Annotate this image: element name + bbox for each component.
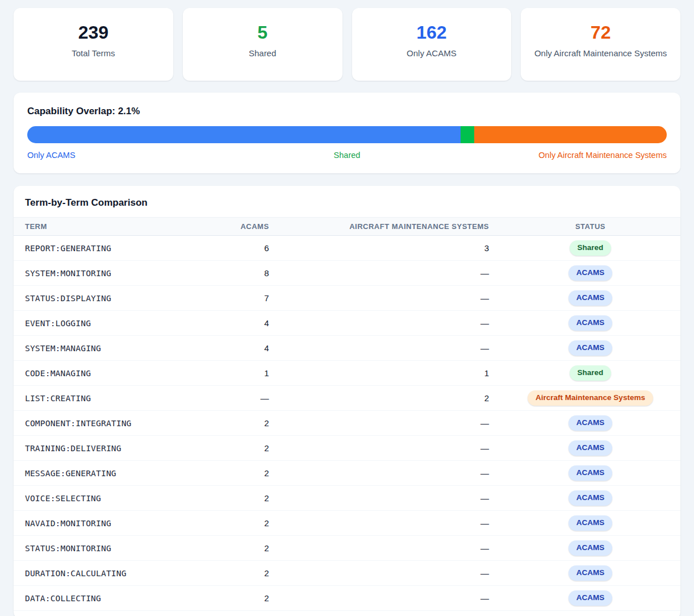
status-badge: ACAMS [568, 340, 613, 356]
column-header-acams: ACAMS [214, 218, 280, 236]
table-row: SYSTEM:MANAGING 4 — ACAMS [14, 336, 680, 361]
status-badge: ACAMS [568, 265, 613, 281]
ams-count-cell: — [281, 336, 500, 361]
stat-label: Only Aircraft Maintenance Systems [534, 47, 667, 59]
acams-count-cell: 8 [214, 261, 280, 286]
stat-value: 5 [257, 22, 267, 43]
comparison-table-body: REPORT:GENERATING 6 3 Shared SYSTEM:MONI… [14, 236, 680, 611]
bar-label-0: Only ACAMS [27, 151, 240, 160]
overlap-bar [27, 126, 667, 143]
term-cell: DATA:COLLECTING [14, 586, 214, 611]
stat-label: Only ACAMS [407, 47, 457, 59]
stat-card: 5 Shared [183, 8, 342, 81]
table-row: EVENT:LOGGING 4 — ACAMS [14, 311, 680, 336]
status-cell: ACAMS [500, 561, 680, 586]
status-cell: Aircraft Maintenance Systems [500, 386, 680, 411]
status-cell: ACAMS [500, 336, 680, 361]
ams-count-cell: — [281, 511, 500, 536]
stat-card: 72 Only Aircraft Maintenance Systems [521, 8, 680, 81]
acams-count-cell: 2 [214, 436, 280, 461]
table-row: STATUS:DISPLAYING 7 — ACAMS [14, 286, 680, 311]
status-badge: ACAMS [568, 290, 613, 306]
term-cell: SYSTEM:MONITORING [14, 261, 214, 286]
ams-count-cell: — [281, 536, 500, 561]
status-badge: Shared [570, 365, 612, 381]
ams-count-cell: 1 [281, 361, 500, 386]
status-cell: ACAMS [500, 461, 680, 486]
acams-count-cell: 2 [214, 561, 280, 586]
status-cell: ACAMS [500, 311, 680, 336]
ams-count-cell: — [281, 586, 500, 611]
acams-count-cell: 2 [214, 486, 280, 511]
status-badge: ACAMS [568, 565, 613, 581]
acams-count-cell: 6 [214, 236, 280, 261]
term-cell: REPORT:GENERATING [14, 236, 214, 261]
table-row: REPORT:GENERATING 6 3 Shared [14, 236, 680, 261]
ams-count-cell: — [281, 286, 500, 311]
table-row: NAVAID:MONITORING 2 — ACAMS [14, 511, 680, 536]
status-badge: ACAMS [568, 465, 613, 481]
bar-segment-shared [461, 126, 474, 143]
status-cell: ACAMS [500, 436, 680, 461]
acams-count-cell: 2 [214, 586, 280, 611]
table-row: SYSTEM:MONITORING 8 — ACAMS [14, 261, 680, 286]
table-row: CODE:MANAGING 1 1 Shared [14, 361, 680, 386]
status-cell: Shared [500, 361, 680, 386]
table-row: LIST:CREATING — 2 Aircraft Maintenance S… [14, 386, 680, 411]
table-row: DURATION:CALCULATING 2 — ACAMS [14, 561, 680, 586]
stat-card: 162 Only ACAMS [352, 8, 512, 81]
capability-overlap-title: Capability Overlap: 2.1% [27, 106, 667, 117]
stat-value: 239 [78, 22, 108, 43]
term-cell: SYSTEM:MANAGING [14, 336, 214, 361]
stat-value: 72 [591, 22, 611, 43]
status-cell: ACAMS [500, 586, 680, 611]
table-row: VOICE:SELECTING 2 — ACAMS [14, 486, 680, 511]
term-cell: LIST:CREATING [14, 386, 214, 411]
table-row: DATA:COLLECTING 2 — ACAMS [14, 586, 680, 611]
comparison-table: TERM ACAMS AIRCRAFT MAINTENANCE SYSTEMS … [14, 217, 680, 611]
ams-count-cell: — [281, 436, 500, 461]
term-cell: MESSAGE:GENERATING [14, 461, 214, 486]
table-row: STATUS:MONITORING 2 — ACAMS [14, 536, 680, 561]
term-cell: COMPONENT:INTEGRATING [14, 411, 214, 436]
status-badge: ACAMS [568, 490, 613, 506]
capability-overlap-card: Capability Overlap: 2.1% Only ACAMSShare… [14, 93, 680, 173]
bar-label-2: Only Aircraft Maintenance Systems [454, 151, 667, 160]
status-badge: Shared [570, 240, 612, 256]
ams-count-cell: 2 [281, 386, 500, 411]
acams-count-cell: 4 [214, 311, 280, 336]
status-badge: ACAMS [568, 440, 613, 456]
acams-count-cell: 2 [214, 536, 280, 561]
stat-value: 162 [416, 22, 446, 43]
status-badge: Aircraft Maintenance Systems [528, 390, 653, 406]
term-cell: STATUS:DISPLAYING [14, 286, 214, 311]
status-cell: ACAMS [500, 511, 680, 536]
status-badge: ACAMS [568, 315, 613, 331]
status-cell: ACAMS [500, 261, 680, 286]
stat-label: Shared [249, 47, 276, 59]
term-cell: CODE:MANAGING [14, 361, 214, 386]
term-comparison-title: Term-by-Term Comparison [14, 197, 680, 209]
status-cell: Shared [500, 236, 680, 261]
ams-count-cell: — [281, 561, 500, 586]
status-badge: ACAMS [568, 590, 613, 606]
bar-segment-only-acams [27, 126, 461, 143]
status-cell: ACAMS [500, 286, 680, 311]
stat-label: Total Terms [72, 47, 115, 59]
acams-count-cell: 2 [214, 511, 280, 536]
stat-card: 239 Total Terms [14, 8, 173, 81]
ams-count-cell: 3 [281, 236, 500, 261]
acams-count-cell: 2 [214, 411, 280, 436]
term-comparison-card: Term-by-Term Comparison TERM ACAMS AIRCR… [14, 186, 680, 616]
comparison-table-header: TERM ACAMS AIRCRAFT MAINTENANCE SYSTEMS … [14, 218, 680, 236]
ams-count-cell: — [281, 311, 500, 336]
status-badge: ACAMS [568, 415, 613, 431]
stats-row: 239 Total Terms 5 Shared 162 Only ACAMS … [14, 8, 680, 81]
acams-count-cell: — [214, 386, 280, 411]
table-row: TRAINING:DELIVERING 2 — ACAMS [14, 436, 680, 461]
term-cell: DURATION:CALCULATING [14, 561, 214, 586]
ams-count-cell: — [281, 411, 500, 436]
term-cell: VOICE:SELECTING [14, 486, 214, 511]
column-header-term: TERM [14, 218, 214, 236]
term-cell: EVENT:LOGGING [14, 311, 214, 336]
